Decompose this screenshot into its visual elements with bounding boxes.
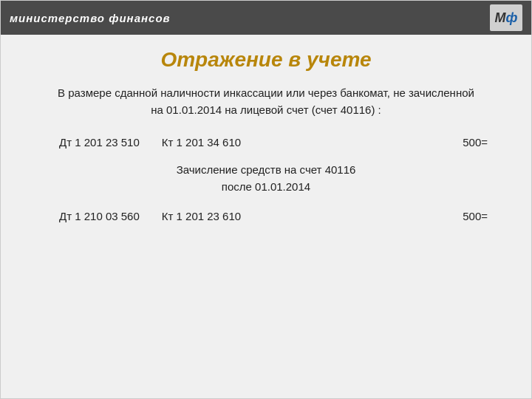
entry1-credit: Кт 1 201 34 610	[162, 136, 241, 149]
content: Отражение в учете В размере сданной нали…	[1, 35, 531, 398]
entry2-amount: 500=	[463, 210, 488, 222]
entry1-amount: 500=	[463, 136, 488, 149]
slide-description: В размере сданной наличности инкассации …	[52, 85, 480, 118]
slide-title: Отражение в учете	[160, 48, 371, 72]
entry2-debit: Дт 1 210 03 560	[59, 210, 140, 222]
entry1-debit: Дт 1 201 23 510	[59, 136, 140, 149]
entry-row-2: Дт 1 210 03 560 Кт 1 201 23 610 500=	[44, 210, 488, 222]
slide: министерство финансов Мф Отражение в уче…	[0, 0, 532, 399]
middle-text: Зачисление средств на счет 40116 после 0…	[44, 162, 488, 195]
entry-row-1: Дт 1 201 23 510 Кт 1 201 34 610 500=	[44, 136, 488, 149]
header: министерство финансов Мф	[1, 1, 531, 35]
accounting-block: Дт 1 201 23 510 Кт 1 201 34 610 500= Зач…	[44, 136, 488, 222]
mf-logo: Мф	[495, 10, 518, 26]
header-logo-right: Мф	[490, 4, 522, 31]
header-logo-text: министерство финансов	[10, 12, 171, 24]
middle-text-line1: Зачисление средств на счет 40116	[44, 162, 488, 179]
middle-text-line2: после 01.01.2014	[44, 179, 488, 196]
entry2-credit: Кт 1 201 23 610	[162, 210, 241, 222]
